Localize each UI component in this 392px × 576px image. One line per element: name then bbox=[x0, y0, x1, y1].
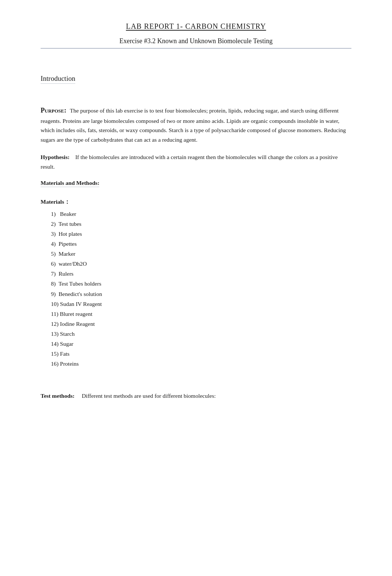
list-item: 14) Sugar bbox=[51, 339, 351, 349]
item-text: water/Dh2O bbox=[59, 261, 87, 267]
list-item: 2) Test tubes bbox=[51, 219, 351, 229]
hypothesis-label: Hypothesis: bbox=[41, 154, 69, 160]
list-item: 5) Marker bbox=[51, 249, 351, 259]
item-text: Rulers bbox=[59, 270, 73, 277]
item-number: 11) bbox=[51, 311, 58, 317]
item-number: 12) bbox=[51, 321, 59, 327]
item-text: Iodine Reagent bbox=[60, 321, 95, 327]
list-item: 16) Proteins bbox=[51, 359, 351, 369]
item-number: 10) bbox=[51, 301, 59, 307]
item-text: Benedict's solution bbox=[59, 291, 102, 297]
list-item: 11) Bluret reagent bbox=[51, 309, 351, 319]
item-text: Test Tubes holders bbox=[58, 280, 101, 287]
list-item: 3) Hot plates bbox=[51, 229, 351, 239]
item-number: 4) bbox=[51, 241, 56, 247]
list-item: 7) Rulers bbox=[51, 269, 351, 279]
page-title: LAB REPORT 1- CARBON CHEMISTRY bbox=[41, 22, 351, 31]
item-number: 13) bbox=[51, 331, 59, 337]
introduction-section: Introduction bbox=[41, 71, 351, 90]
hypothesis-block: Hypothesis: If the biomolecules are intr… bbox=[41, 152, 351, 171]
materials-label: Materials： bbox=[41, 198, 351, 206]
item-text: Sudan IV Reagent bbox=[60, 301, 102, 307]
item-number: 2) bbox=[51, 221, 56, 227]
item-text: Sugar bbox=[60, 341, 73, 347]
list-item: 12) Iodine Reagent bbox=[51, 319, 351, 329]
purpose-block: Purpose: The purpose of this lab exercis… bbox=[41, 105, 351, 144]
item-number: 1) bbox=[51, 211, 56, 217]
item-number: 8) bbox=[51, 280, 56, 287]
item-number: 15) bbox=[51, 351, 59, 357]
item-text: Marker bbox=[59, 251, 76, 257]
list-item: 10) Sudan IV Reagent bbox=[51, 299, 351, 309]
list-item: 9) Benedict's solution bbox=[51, 289, 351, 299]
purpose-text: The purpose of this lab exercise is to t… bbox=[41, 107, 346, 143]
item-number: 14) bbox=[51, 341, 59, 347]
item-number: 7) bbox=[51, 270, 56, 277]
list-item: 8) Test Tubes holders bbox=[51, 279, 351, 289]
list-item: 1) Beaker bbox=[51, 209, 351, 219]
list-item: 6) water/Dh2O bbox=[51, 259, 351, 269]
test-methods-label: Test methods: bbox=[41, 393, 75, 399]
item-number: 16) bbox=[51, 361, 59, 367]
item-text: Hot plates bbox=[59, 231, 82, 237]
list-item: 15) Fats bbox=[51, 349, 351, 359]
materials-list: 1) Beaker 2) Test tubes 3) Hot plates 4)… bbox=[51, 209, 351, 369]
item-text: Pipettes bbox=[59, 241, 77, 247]
hypothesis-text: If the biomolecules are introduced with … bbox=[41, 154, 338, 170]
list-item: 13) Starch bbox=[51, 329, 351, 339]
item-number: 9) bbox=[51, 291, 56, 297]
page-subtitle: Exercise #3.2 Known and Unknown Biomolec… bbox=[41, 37, 351, 49]
test-methods-block: Test methods: Different test methods are… bbox=[41, 391, 351, 401]
list-item: 4) Pipettes bbox=[51, 239, 351, 249]
item-text: Fats bbox=[60, 351, 70, 357]
item-text: Test tubes bbox=[58, 221, 81, 227]
introduction-heading: Introduction bbox=[41, 75, 75, 84]
item-text: Starch bbox=[60, 331, 75, 337]
item-text: Proteins bbox=[60, 361, 79, 367]
item-text: Beaker bbox=[60, 211, 76, 217]
materials-methods-heading: Materials and Methods: bbox=[41, 180, 99, 187]
item-number: 3) bbox=[51, 231, 56, 237]
test-methods-text: Different test methods are used for diff… bbox=[82, 393, 216, 399]
item-number: 6) bbox=[51, 261, 56, 267]
item-text: Bluret reagent bbox=[60, 311, 92, 317]
item-number: 5) bbox=[51, 251, 56, 257]
purpose-label: Purpose: bbox=[41, 107, 66, 114]
